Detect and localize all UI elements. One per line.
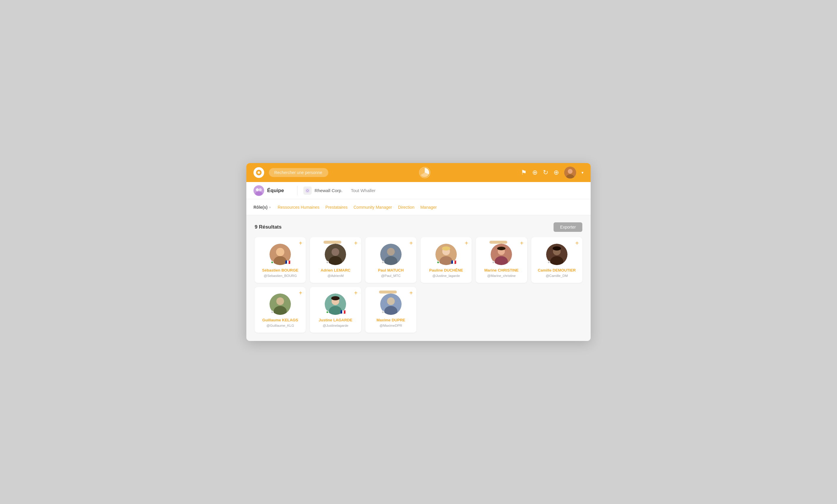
filter-tag-4[interactable]: Manager <box>420 205 437 210</box>
person-card[interactable]: + Marine CHRISTINE @Marine_christine <box>476 237 527 283</box>
person-card[interactable]: + Adrien LEMARC @AdrienM <box>310 237 361 283</box>
flag-icon: 🇫🇷 <box>340 310 345 314</box>
chevron-right-icon: › <box>269 205 270 209</box>
filter-roles[interactable]: Rôle(s) › <box>253 205 270 210</box>
roles-label: Rôle(s) <box>253 205 267 210</box>
breadcrumb-team[interactable]: Équipe <box>253 185 291 196</box>
flag-icon[interactable]: ⚑ <box>521 169 527 176</box>
online-status <box>271 261 274 264</box>
svg-point-9 <box>259 188 262 191</box>
person-handle: @Marine_christine <box>487 274 516 278</box>
whaller-label[interactable]: Tout Whaller <box>351 188 375 193</box>
export-button[interactable]: Exporter <box>554 222 582 232</box>
pie-chart-icon[interactable] <box>419 167 431 179</box>
team-avatar <box>253 185 264 196</box>
online-status <box>326 311 329 314</box>
user-avatar[interactable] <box>564 167 576 179</box>
svg-point-41 <box>331 296 340 300</box>
svg-point-26 <box>442 246 450 250</box>
online-status <box>381 261 385 264</box>
add-person-button[interactable]: + <box>575 240 579 246</box>
flag-icon: 🇫🇷 <box>285 260 290 264</box>
svg-point-36 <box>276 297 284 305</box>
person-tag-bar <box>323 241 341 244</box>
filter-tag-2[interactable]: Community Manager <box>354 205 392 210</box>
add-person-button[interactable]: + <box>354 240 358 246</box>
person-handle: @AdrienM <box>327 274 344 278</box>
online-status <box>492 261 495 264</box>
filters-bar: Rôle(s) › Ressources HumainesPrestataire… <box>246 199 591 215</box>
avatar-wrap: 🇫🇷 <box>269 244 291 265</box>
results-count: 9 Résultats <box>255 224 282 230</box>
person-name: Maxime DUPRE <box>376 318 405 323</box>
person-card[interactable]: + Paul MATUCH @Paul_MTC <box>366 237 416 283</box>
add-person-button[interactable]: + <box>409 290 413 296</box>
org-label: Rhewall Corp. <box>315 188 342 193</box>
avatar-wrap <box>491 244 512 265</box>
top-nav: ⚑ ⊕ ↻ ⊕ ▾ <box>246 163 591 182</box>
add-person-button[interactable]: + <box>465 240 468 246</box>
breadcrumb-nav: Équipe Rhewall Corp. Tout Whaller <box>246 182 591 199</box>
person-card[interactable]: + 🇫🇷 Justine LAGARDE @Justinelagarde <box>310 287 361 333</box>
svg-point-15 <box>276 248 284 256</box>
avatar-wrap <box>380 294 402 315</box>
svg-point-43 <box>387 297 395 305</box>
person-card[interactable]: + Guillaume KELAGS @Guillaume_KLG <box>255 287 306 333</box>
filter-tags: Ressources HumainesPrestatairesCommunity… <box>278 205 437 210</box>
avatar-wrap <box>325 244 346 265</box>
person-name: Sébastien BOURGE <box>262 268 298 273</box>
avatar-wrap <box>546 244 568 265</box>
filter-tag-1[interactable]: Prestataires <box>325 205 348 210</box>
avatar-wrap: 🇫🇷 <box>325 294 346 315</box>
app-container: ⚑ ⊕ ↻ ⊕ ▾ <box>246 163 591 341</box>
person-handle: @Sebastien_BOURG <box>264 274 297 278</box>
add-person-button[interactable]: + <box>354 290 358 296</box>
person-grid: + 🇫🇷 Sébastien BOURGE @Sebastien_BOURG + <box>255 237 582 333</box>
svg-point-30 <box>497 247 505 250</box>
online-status <box>547 261 550 264</box>
person-card[interactable]: + Camille DEMOUTIER @Camille_DM <box>531 237 582 283</box>
svg-point-2 <box>258 172 260 173</box>
add-group-icon[interactable]: ⊕ <box>532 169 537 176</box>
online-status <box>271 311 274 314</box>
user-menu-chevron[interactable]: ▾ <box>582 170 584 175</box>
person-name: Adrien LEMARC <box>321 268 350 273</box>
person-handle: @Camille_DM <box>546 274 568 278</box>
breadcrumb-org[interactable]: Rhewall Corp. <box>303 186 342 195</box>
person-handle: @MaximeDPR <box>380 324 402 327</box>
person-handle: @Paul_MTC <box>381 274 401 278</box>
person-name: Camille DEMOUTIER <box>538 268 576 273</box>
org-icon <box>303 186 311 195</box>
flag-icon: 🇫🇷 <box>451 260 456 264</box>
filter-tag-3[interactable]: Direction <box>398 205 414 210</box>
person-tag-bar <box>489 241 507 244</box>
add-person-button[interactable]: + <box>299 290 302 296</box>
online-status <box>381 311 385 314</box>
online-status <box>437 261 440 264</box>
person-handle: @Justine_lagarde <box>432 274 460 278</box>
avatar-wrap <box>380 244 402 265</box>
results-header: 9 Résultats Exporter <box>255 222 582 232</box>
nav-center <box>333 167 516 179</box>
online-status <box>326 261 329 264</box>
person-card[interactable]: + Maxime DUPRE @MaximeDPR <box>366 287 416 333</box>
search-input[interactable] <box>269 168 328 177</box>
person-card[interactable]: + 🇫🇷 Sébastien BOURGE @Sebastien_BOURG <box>255 237 306 283</box>
person-name: Marine CHRISTINE <box>484 268 519 273</box>
svg-point-18 <box>332 248 339 256</box>
add-person-icon[interactable]: ⊕ <box>554 169 559 176</box>
filter-tag-0[interactable]: Ressources Humaines <box>278 205 319 210</box>
person-tag-bar <box>379 291 397 294</box>
svg-point-21 <box>387 248 395 256</box>
team-label: Équipe <box>267 188 284 193</box>
person-card[interactable]: + 🇫🇷 Pauline DUCHÊNE @Justine_lagarde <box>421 237 471 283</box>
avatar-wrap <box>269 294 291 315</box>
person-handle: @Guillaume_KLG <box>267 324 294 327</box>
add-person-button[interactable]: + <box>299 240 302 246</box>
person-name: Pauline DUCHÊNE <box>429 268 463 273</box>
svg-point-10 <box>255 191 262 196</box>
app-logo[interactable] <box>253 167 264 178</box>
add-person-button[interactable]: + <box>520 240 523 246</box>
add-person-button[interactable]: + <box>409 240 413 246</box>
refresh-icon[interactable]: ↻ <box>543 169 548 176</box>
